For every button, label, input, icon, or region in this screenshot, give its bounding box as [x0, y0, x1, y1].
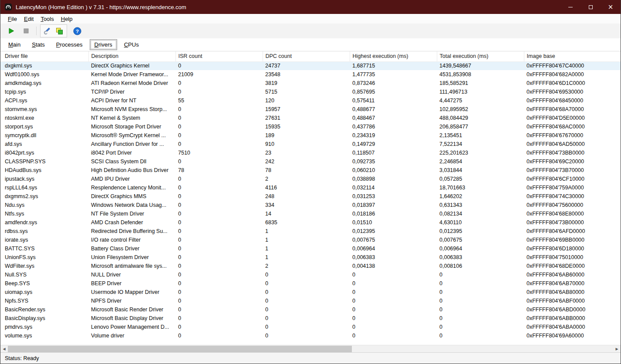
cell-dpc-count[interactable]: 15957 [263, 105, 350, 114]
table-row[interactable]: dxgmms2.sys DirectX Graphics MMS 0 248 0… [0, 192, 621, 201]
cell-dpc-count[interactable]: 3819 [263, 79, 350, 88]
scroll-right-arrow-icon[interactable]: ▶ [613, 345, 621, 352]
cell-highest-execution[interactable]: 0,149729 [350, 140, 437, 148]
cell-description[interactable]: NULL Driver [88, 270, 176, 279]
cell-description[interactable]: Resplendence Latency Monit... [88, 183, 176, 192]
cell-description[interactable]: ATI Radeon Kernel Mode Driver [88, 79, 176, 88]
cell-driver-file[interactable]: storport.sys [0, 122, 88, 131]
cell-highest-execution[interactable]: 0 [350, 323, 437, 331]
cell-description[interactable]: Microsoft Storage Port Driver [88, 122, 176, 131]
table-row[interactable]: BasicDisplay.sys Microsoft Basic Display… [0, 314, 621, 323]
cell-isr-count[interactable]: 0 [176, 114, 263, 122]
cell-driver-file[interactable]: dxgkrnl.sys [0, 61, 88, 70]
cell-driver-file[interactable]: volume.sys [0, 331, 88, 340]
cell-highest-execution[interactable]: 0,006383 [350, 253, 437, 262]
column-header-image-base[interactable]: Image base [524, 51, 621, 61]
cell-driver-file[interactable]: uiomap.sys [0, 288, 88, 297]
cell-description[interactable]: TCP/IP Driver [88, 88, 176, 96]
cell-total-execution[interactable]: 0 [437, 331, 524, 340]
cell-description[interactable]: Volume driver [88, 331, 176, 340]
cell-total-execution[interactable]: 0 [437, 323, 524, 331]
cell-image-base[interactable]: 0xFFFFF804'69530000 [524, 88, 621, 96]
cell-driver-file[interactable]: rspLLL64.sys [0, 183, 88, 192]
cell-highest-execution[interactable]: 0,018186 [350, 209, 437, 218]
cell-dpc-count[interactable]: 4116 [263, 183, 350, 192]
cell-highest-execution[interactable]: 0,437786 [350, 122, 437, 131]
tab-stats[interactable]: Stats [27, 40, 49, 50]
table-row[interactable]: CLASSPNP.SYS SCSI Class System Dll 0 242… [0, 157, 621, 166]
cell-highest-execution[interactable]: 0,018397 [350, 201, 437, 209]
cell-dpc-count[interactable]: 1 [263, 227, 350, 236]
cell-total-execution[interactable]: 0 [437, 297, 524, 305]
cell-highest-execution[interactable]: 0 [350, 305, 437, 314]
options-button[interactable] [41, 25, 53, 37]
cell-highest-execution[interactable]: 0 [350, 331, 437, 340]
cell-total-execution[interactable]: 0 [437, 270, 524, 279]
cell-description[interactable]: Lenovo Power Management D... [88, 323, 176, 331]
cell-driver-file[interactable]: afd.sys [0, 140, 88, 148]
cell-dpc-count[interactable]: 0 [263, 323, 350, 331]
cell-isr-count[interactable]: 0 [176, 131, 263, 140]
cell-description[interactable]: Microsoft NVM Express Storp... [88, 105, 176, 114]
cell-isr-count[interactable]: 78 [176, 166, 263, 175]
column-header-dpc-count[interactable]: DPC count [263, 51, 350, 61]
cell-image-base[interactable]: 0xFFFFF804'6ABF0000 [524, 297, 621, 305]
cell-description[interactable]: Usermode IO Mapper Driver [88, 288, 176, 297]
cell-highest-execution[interactable]: 0,118507 [350, 148, 437, 157]
cell-total-execution[interactable]: 0,012395 [437, 227, 524, 236]
cell-isr-count[interactable]: 0 [176, 88, 263, 96]
table-row[interactable]: rspLLL64.sys Resplendence Latency Monit.… [0, 183, 621, 192]
cell-description[interactable]: Battery Class Driver [88, 244, 176, 253]
cell-driver-file[interactable]: ACPI.sys [0, 96, 88, 105]
cell-image-base[interactable]: 0xFFFFF804'68DE0000 [524, 262, 621, 270]
cell-dpc-count[interactable]: 2 [263, 262, 350, 270]
cell-isr-count[interactable]: 0 [176, 175, 263, 183]
cell-dpc-count[interactable]: 0 [263, 331, 350, 340]
cell-highest-execution[interactable]: 0,012395 [350, 227, 437, 236]
cell-image-base[interactable]: 0xFFFFF804'69C20000 [524, 157, 621, 166]
table-row[interactable]: stornvme.sys Microsoft NVM Express Storp… [0, 105, 621, 114]
table-row[interactable]: UnionFS.sys Union Filesystem Driver 0 1 … [0, 253, 621, 262]
table-row[interactable]: ntoskrnl.exe NT Kernel & System 0 27631 … [0, 114, 621, 122]
cell-isr-count[interactable]: 0 [176, 157, 263, 166]
cell-driver-file[interactable]: amdfendr.sys [0, 218, 88, 227]
cell-driver-file[interactable]: dxgmms2.sys [0, 192, 88, 201]
cell-highest-execution[interactable]: 0,006964 [350, 244, 437, 253]
cell-description[interactable]: DirectX Graphics MMS [88, 192, 176, 201]
cell-image-base[interactable]: 0xFFFFF804'73B70000 [524, 166, 621, 175]
cell-total-execution[interactable]: 1439,548667 [437, 61, 524, 70]
table-row[interactable]: Beep.SYS BEEP Driver 0 0 0 0 0xFFFFF804'… [0, 279, 621, 288]
table-row[interactable]: BATTC.SYS Battery Class Driver 0 1 0,006… [0, 244, 621, 253]
cell-dpc-count[interactable]: 24737 [263, 61, 350, 70]
cell-description[interactable]: Windows Network Data Usag... [88, 201, 176, 209]
table-row[interactable]: Null.SYS NULL Driver 0 0 0 0 0xFFFFF804'… [0, 270, 621, 279]
cell-total-execution[interactable]: 0,631343 [437, 201, 524, 209]
cell-isr-count[interactable]: 0 [176, 244, 263, 253]
cell-dpc-count[interactable]: 27631 [263, 114, 350, 122]
tab-processes[interactable]: Processes [52, 40, 87, 50]
cell-image-base[interactable]: 0xFFFFF804'73B00000 [524, 218, 621, 227]
cell-description[interactable]: High Definition Audio Bus Driver [88, 166, 176, 175]
cell-image-base[interactable]: 0xFFFFF804'6AB60000 [524, 270, 621, 279]
cell-isr-count[interactable]: 0 [176, 209, 263, 218]
table-row[interactable]: Npfs.SYS NPFS Driver 0 0 0 0 0xFFFFF804'… [0, 297, 621, 305]
cell-total-execution[interactable]: 0,006964 [437, 244, 524, 253]
table-row[interactable]: rdbss.sys Redirected Drive Buffering Su.… [0, 227, 621, 236]
cell-driver-file[interactable]: Ntfs.sys [0, 209, 88, 218]
close-button[interactable]: × [601, 0, 621, 14]
cell-total-execution[interactable]: 3,031844 [437, 166, 524, 175]
cell-isr-count[interactable]: 0 [176, 279, 263, 288]
cell-description[interactable]: Microsoft® SymCrypt Kernel ... [88, 131, 176, 140]
cell-isr-count[interactable]: 0 [176, 236, 263, 244]
table-row[interactable]: iorate.sys I/O rate control Filter 0 1 0… [0, 236, 621, 244]
cell-total-execution[interactable]: 0,008106 [437, 262, 524, 270]
cell-description[interactable]: i8042 Port Driver [88, 148, 176, 157]
cell-image-base[interactable]: 0xFFFFF804'68450000 [524, 96, 621, 105]
cell-driver-file[interactable]: symcryptk.dll [0, 131, 88, 140]
cell-driver-file[interactable]: Null.SYS [0, 270, 88, 279]
scroll-left-arrow-icon[interactable]: ◀ [0, 345, 8, 352]
minimize-button[interactable] [560, 0, 580, 14]
cell-image-base[interactable]: 0xFFFFF804'6ABA0000 [524, 323, 621, 331]
column-header-total-execution[interactable]: Total execution (ms) [437, 51, 524, 61]
cell-highest-execution[interactable]: 0,857695 [350, 88, 437, 96]
